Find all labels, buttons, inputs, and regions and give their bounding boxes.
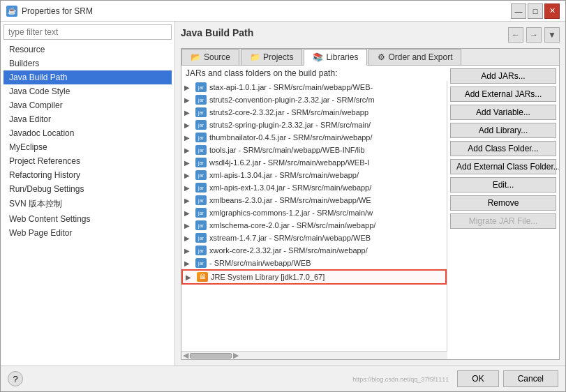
list-item[interactable]: ▶ jar struts2-convention-plugin-2.3.32.j…	[181, 93, 447, 106]
jar-icon: jar	[195, 220, 207, 230]
order-export-tab-icon: ⚙	[378, 52, 385, 62]
footer-right: OK Cancel	[457, 370, 558, 387]
list-item[interactable]: ▶ jar xml-apis-ext-1.3.04.jar - SRM/src/…	[181, 181, 447, 194]
list-item[interactable]: ▶ jar xmlgraphics-commons-1.2.jar - SRM/…	[181, 206, 447, 219]
dropdown-button[interactable]: ▼	[544, 27, 560, 43]
jar-icon: jar	[195, 195, 207, 205]
tab-libraries[interactable]: 📚 Libraries	[304, 49, 367, 66]
jar-icon: jar	[195, 170, 207, 180]
expand-arrow-icon: ▶	[184, 109, 193, 116]
tab-projects[interactable]: 📁 Projects	[241, 49, 302, 65]
jre-library-item[interactable]: ▶ 🏛 JRE System Library [jdk1.7.0_67]	[181, 269, 447, 285]
list-item[interactable]: ▶ jar xwork-core-2.3.32.jar - SRM/src/ma…	[181, 244, 447, 257]
sidebar-item-web-page-editor[interactable]: Web Page Editor	[3, 226, 172, 240]
expand-arrow-icon: ▶	[184, 96, 193, 104]
add-jars-button[interactable]: Add JARs...	[450, 68, 556, 84]
horizontal-scrollbar[interactable]: ◀ ▶	[181, 351, 447, 359]
jar-icon: jar	[195, 82, 207, 92]
sidebar-item-javadoc-location[interactable]: Javadoc Location	[3, 126, 172, 140]
title-bar-controls: — □ ✕	[511, 3, 560, 19]
sidebar-item-resource[interactable]: Resource	[3, 43, 172, 56]
filter-input[interactable]	[3, 24, 172, 40]
title-bar: ☕ Properties for SRM — □ ✕	[1, 1, 565, 22]
jar-list[interactable]: ▶ jar stax-api-1.0.1.jar - SRM/src/main/…	[181, 81, 447, 351]
footer: ? https://blog.csdn.net/qq_37f5f1111 OK …	[1, 365, 565, 391]
sidebar-item-java-editor[interactable]: Java Editor	[3, 112, 172, 126]
forward-button[interactable]: →	[526, 27, 542, 43]
jar-item-text: thumbnailator-0.4.5.jar - SRM/src/main/w…	[209, 133, 373, 142]
panel-title: Java Build Path	[181, 27, 253, 38]
expand-arrow-icon: ▶	[184, 222, 193, 229]
jar-item-text: xmlschema-core-2.0.jar - SRM/src/main/we…	[209, 221, 375, 229]
add-library-button[interactable]: Add Library...	[450, 123, 556, 138]
list-item[interactable]: ▶ jar stax-api-1.0.1.jar - SRM/src/main/…	[181, 81, 447, 93]
scroll-thumb-horizontal[interactable]	[190, 353, 232, 359]
order-export-tab-label: Order and Export	[388, 52, 452, 62]
sidebar-item-svn[interactable]: SVN 版本控制	[3, 196, 172, 212]
jar-icon: jar	[195, 145, 207, 155]
sidebar-item-java-code-style[interactable]: Java Code Style	[3, 84, 172, 98]
list-item[interactable]: ▶ jar wsdl4j-1.6.2.jar - SRM/src/main/we…	[181, 156, 447, 169]
add-class-folder-button[interactable]: Add Class Folder...	[450, 141, 556, 156]
tab-content: JARs and class folders on the build path…	[181, 66, 559, 359]
scroll-right-icon[interactable]: ▶	[233, 351, 239, 359]
jar-icon: jar	[195, 120, 207, 130]
list-item[interactable]: ▶ jar struts2-core-2.3.32.jar - SRM/src/…	[181, 106, 447, 119]
list-item[interactable]: ▶ jar xmlschema-core-2.0.jar - SRM/src/m…	[181, 219, 447, 232]
add-variable-button[interactable]: Add Variable...	[450, 105, 556, 120]
maximize-button[interactable]: □	[528, 3, 543, 19]
sidebar-item-java-build-path[interactable]: Java Build Path	[3, 70, 172, 84]
sidebar-item-builders[interactable]: Builders	[3, 56, 172, 70]
list-item[interactable]: ▶ jar - SRM/src/main/webapp/WEB	[181, 257, 447, 269]
edit-button[interactable]: Edit...	[450, 177, 556, 193]
jar-item-text: - SRM/src/main/webapp/WEB	[209, 259, 311, 267]
tabs-row: 📂 Source 📁 Projects 📚 Libraries ⚙ Order …	[181, 49, 559, 66]
sidebar-item-run-debug-settings[interactable]: Run/Debug Settings	[3, 182, 172, 196]
remove-button[interactable]: Remove	[450, 195, 556, 211]
sidebar-item-web-content-settings[interactable]: Web Content Settings	[3, 212, 172, 226]
sidebar-items: Resource Builders Java Build Path Java C…	[3, 43, 172, 363]
jar-item-text: xml-apis-1.3.04.jar - SRM/src/main/webap…	[209, 171, 359, 179]
tab-order-export[interactable]: ⚙ Order and Export	[368, 49, 461, 65]
scroll-left-icon[interactable]: ◀	[183, 351, 188, 359]
jar-item-text: xstream-1.4.7.jar - SRM/src/main/webapp/…	[209, 234, 371, 242]
jar-item-text: struts2-convention-plugin-2.3.32.jar - S…	[209, 96, 375, 104]
list-item[interactable]: ▶ jar xstream-1.4.7.jar - SRM/src/main/w…	[181, 232, 447, 244]
expand-arrow-icon: ▶	[186, 273, 194, 281]
list-item[interactable]: ▶ jar struts2-spring-plugin-2.3.32.jar -…	[181, 119, 447, 131]
sidebar-item-refactoring-history[interactable]: Refactoring History	[3, 168, 172, 182]
expand-arrow-icon: ▶	[184, 84, 193, 91]
tab-source[interactable]: 📂 Source	[181, 49, 239, 65]
expand-arrow-icon: ▶	[184, 134, 193, 142]
jar-item-text: stax-api-1.0.1.jar - SRM/src/main/webapp…	[209, 83, 373, 91]
sidebar: Resource Builders Java Build Path Java C…	[1, 22, 175, 365]
sidebar-item-java-compiler[interactable]: Java Compiler	[3, 98, 172, 112]
migrate-jar-button[interactable]: Migrate JAR File...	[450, 213, 556, 229]
source-tab-label: Source	[204, 52, 230, 62]
expand-arrow-icon: ▶	[184, 209, 193, 217]
list-item[interactable]: ▶ jar tools.jar - SRM/src/main/webapp/WE…	[181, 144, 447, 156]
jar-item-text: xwork-core-2.3.32.jar - SRM/src/main/web…	[209, 246, 368, 255]
jar-icon: jar	[195, 233, 207, 243]
list-item[interactable]: ▶ jar xmlbeans-2.3.0.jar - SRM/src/main/…	[181, 194, 447, 206]
source-tab-icon: 📂	[191, 52, 201, 62]
ok-button[interactable]: OK	[457, 370, 498, 387]
list-item[interactable]: ▶ jar thumbnailator-0.4.5.jar - SRM/src/…	[181, 131, 447, 144]
list-item[interactable]: ▶ jar xml-apis-1.3.04.jar - SRM/src/main…	[181, 169, 447, 181]
jre-item-text: JRE System Library [jdk1.7.0_67]	[211, 273, 325, 281]
close-button[interactable]: ✕	[544, 3, 560, 19]
add-external-jars-button[interactable]: Add External JARs...	[450, 86, 556, 102]
expand-arrow-icon: ▶	[184, 146, 193, 154]
jre-icon: 🏛	[197, 272, 208, 282]
help-button[interactable]: ?	[8, 371, 23, 386]
back-button[interactable]: ←	[508, 27, 523, 43]
main-panel: Java Build Path ← → ▼ 📂 Source 📁	[175, 22, 565, 365]
footer-left: ?	[8, 371, 23, 386]
sidebar-item-myeclipse[interactable]: MyEclipse	[3, 140, 172, 154]
content-area: Resource Builders Java Build Path Java C…	[1, 22, 565, 365]
sidebar-item-project-references[interactable]: Project References	[3, 154, 172, 168]
jar-list-area: JARs and class folders on the build path…	[181, 66, 447, 359]
minimize-button[interactable]: —	[511, 3, 526, 19]
cancel-button[interactable]: Cancel	[503, 370, 558, 387]
add-external-class-folder-button[interactable]: Add External Class Folder...	[450, 159, 556, 174]
